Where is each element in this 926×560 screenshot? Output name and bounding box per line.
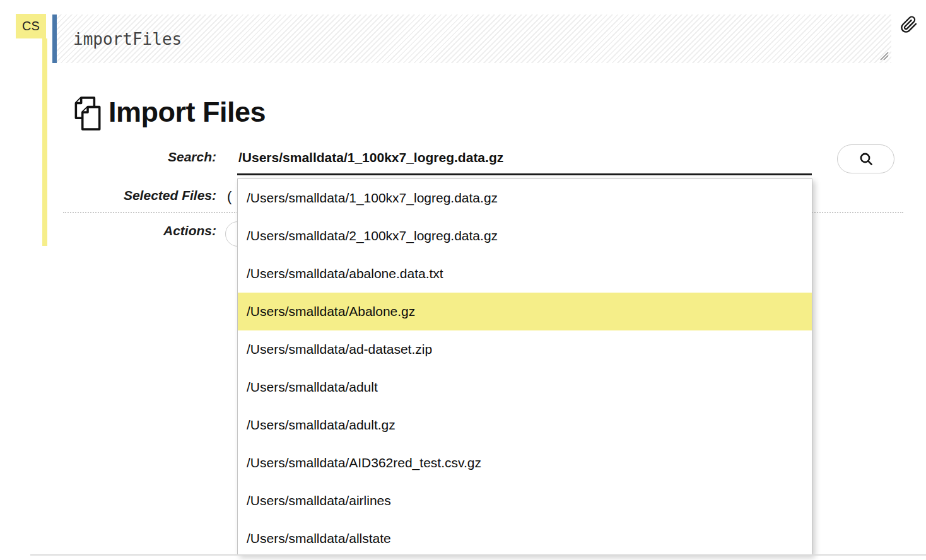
- selected-files-open-paren: (: [227, 189, 232, 205]
- file-option[interactable]: /Users/smalldata/AID362red_test.csv.gz: [238, 444, 812, 482]
- file-option[interactable]: /Users/smalldata/1_100kx7_logreg.data.gz: [238, 179, 812, 217]
- file-option[interactable]: /Users/smalldata/Abalone.gz: [238, 293, 812, 330]
- cell-bottom-divider: [30, 554, 926, 556]
- file-option-label: /Users/smalldata/1_100kx7_logreg.data.gz: [247, 190, 498, 206]
- file-option[interactable]: /Users/smalldata/airlines: [238, 482, 812, 520]
- file-option[interactable]: /Users/smalldata/abalone.data.txt: [238, 255, 812, 293]
- file-option-label: /Users/smalldata/ad-dataset.zip: [247, 342, 432, 357]
- copy-files-icon: [71, 96, 103, 131]
- file-option-label: /Users/smalldata/Abalone.gz: [247, 304, 415, 319]
- selected-files-label: Selected Files:: [38, 188, 216, 203]
- file-option-label: /Users/smalldata/airlines: [247, 493, 391, 508]
- h2o-flow-import-files-screen: CS importFiles Import Files Search:: [0, 0, 926, 560]
- file-option[interactable]: /Users/smalldata/2_100kx7_logreg.data.gz: [238, 217, 812, 255]
- cell-selection-bar: [42, 38, 47, 246]
- code-text: importFiles: [73, 30, 182, 49]
- file-option[interactable]: /Users/smalldata/allstate: [238, 520, 812, 555]
- search-label: Search:: [38, 149, 216, 165]
- file-option[interactable]: /Users/smalldata/adult: [238, 368, 812, 406]
- search-icon: [859, 151, 874, 166]
- code-input-cell[interactable]: importFiles: [52, 15, 891, 63]
- file-option-label: /Users/smalldata/adult: [247, 380, 378, 395]
- file-option[interactable]: /Users/smalldata/adult.gz: [238, 406, 812, 444]
- file-option-label: /Users/smalldata/allstate: [247, 531, 391, 546]
- page-title: Import Files: [108, 96, 266, 129]
- paperclip-icon[interactable]: [900, 15, 918, 34]
- search-button[interactable]: [837, 144, 894, 173]
- file-option-label: /Users/smalldata/AID362red_test.csv.gz: [247, 455, 481, 470]
- search-input[interactable]: [237, 145, 812, 175]
- file-suggestions-dropdown: /Users/smalldata/1_100kx7_logreg.data.gz…: [237, 178, 812, 555]
- file-option-label: /Users/smalldata/abalone.data.txt: [247, 266, 443, 281]
- cell-type-badge[interactable]: CS: [16, 14, 46, 38]
- file-option[interactable]: /Users/smalldata/ad-dataset.zip: [238, 330, 812, 368]
- file-option-label: /Users/smalldata/adult.gz: [247, 417, 396, 433]
- resize-grip-icon[interactable]: [880, 52, 889, 61]
- file-option-label: /Users/smalldata/2_100kx7_logreg.data.gz: [247, 228, 498, 243]
- actions-label: Actions:: [38, 223, 216, 238]
